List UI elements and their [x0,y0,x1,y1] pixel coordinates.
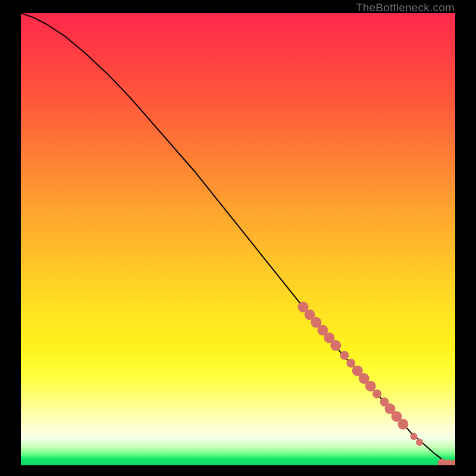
watermark-text: TheBottleneck.com [356,1,455,14]
plot-area [21,13,455,465]
chart-frame: TheBottleneck.com [0,0,476,476]
